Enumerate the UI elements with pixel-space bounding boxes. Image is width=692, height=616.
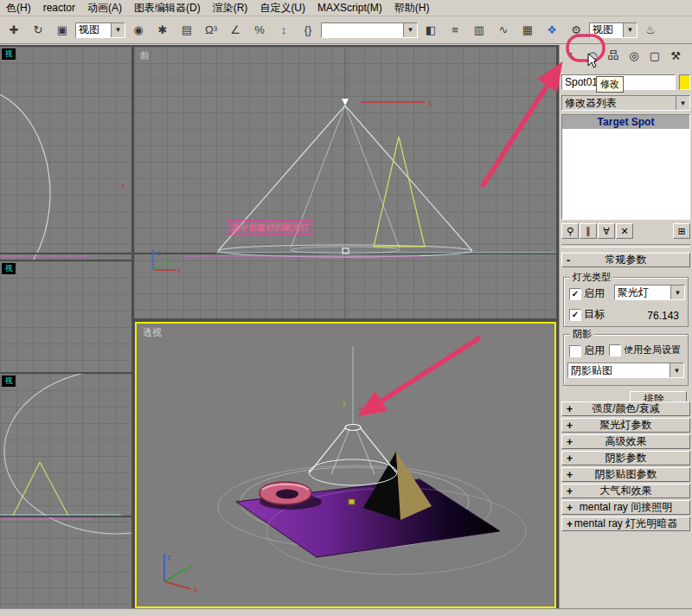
menu-item-customize[interactable]: 自定义(U): [253, 0, 311, 16]
snap-toggle-icon[interactable]: Ω³: [200, 19, 222, 42]
light-type-dropdown[interactable]: 聚光灯 ▼: [614, 285, 685, 300]
modifier-stack[interactable]: Target Spot: [561, 114, 690, 220]
schematic-view-icon[interactable]: ▦: [516, 19, 539, 42]
menu-item-maxscript[interactable]: MAXScript(M): [311, 1, 388, 15]
shadow-group: 阴影 启用 使用全局设置 阴影贴图 ▼: [563, 334, 689, 386]
menu-item-reactor[interactable]: reactor: [37, 1, 81, 15]
show-end-result-icon[interactable]: ∥: [580, 223, 597, 239]
viewport-mini-label: 视: [2, 263, 16, 274]
create-tab[interactable]: ↖: [561, 47, 582, 64]
render-setup-icon[interactable]: ⚙: [565, 19, 587, 42]
spinner-snap-icon[interactable]: ↕: [272, 19, 295, 42]
curve-editor-icon[interactable]: ∿: [492, 19, 515, 42]
main-toolbar: ✚ ↻ ▣ 视图 ▼ ◉ ✱ ▤ Ω³ ∠ % ↕ {} ▼ ◧ ≡ ▥ ∿ ▦…: [0, 16, 692, 44]
rollout-title: mental ray 灯光明暗器: [574, 517, 677, 531]
utilities-tab[interactable]: ⚒: [665, 47, 686, 64]
menu-item-animation[interactable]: 动画(A): [81, 0, 128, 16]
remove-modifier-icon[interactable]: ✕: [616, 223, 633, 239]
modify-tab[interactable]: ◠: [582, 47, 603, 64]
shadow-enable-label: 启用: [584, 344, 605, 356]
menu-item-rendering[interactable]: 渲染(R): [207, 0, 254, 16]
chevron-down-icon[interactable]: ▼: [403, 23, 417, 37]
pin-stack-icon[interactable]: ⚲: [561, 223, 579, 239]
modifier-list-label: 修改器列表: [562, 96, 676, 111]
align-icon[interactable]: ≡: [444, 19, 466, 42]
divider: [561, 244, 690, 247]
rollout-mentalray-indirect[interactable]: + mental ray 间接照明: [561, 500, 690, 515]
select-and-rotate-icon[interactable]: ↻: [27, 19, 49, 42]
select-and-scale-icon[interactable]: ▣: [51, 19, 74, 42]
viewport-mini-label: 视: [2, 375, 16, 387]
menu-item-color[interactable]: 色(H): [0, 0, 37, 16]
use-global-settings-checkbox[interactable]: [609, 344, 621, 356]
percent-snap-icon[interactable]: %: [248, 19, 271, 42]
rollout-title: 大气和效果: [600, 484, 652, 498]
svg-text:x: x: [359, 405, 362, 413]
front-viewport[interactable]: 前 选中创建好的聚光灯 x z x: [134, 47, 556, 318]
chevron-down-icon[interactable]: ▼: [670, 363, 683, 377]
rollout-general-parameters[interactable]: - 常规参数: [561, 253, 690, 267]
quick-render-teapot-icon[interactable]: ♨: [639, 19, 662, 42]
menu-item-graph-editors[interactable]: 图表编辑器(D): [128, 0, 207, 16]
left-viewport-strip-middle[interactable]: 视: [0, 261, 131, 372]
hierarchy-tab[interactable]: 品: [603, 47, 624, 64]
render-view-dropdown[interactable]: 视图 ▼: [589, 22, 638, 38]
named-selection-sets-icon[interactable]: {}: [297, 19, 319, 42]
front-viewport-label: 前: [140, 49, 150, 62]
material-editor-icon[interactable]: ❖: [541, 19, 563, 42]
layer-manager-icon[interactable]: ▥: [468, 19, 490, 42]
chevron-down-icon[interactable]: ▼: [670, 286, 684, 299]
make-unique-icon[interactable]: ∀: [598, 223, 615, 239]
chevron-down-icon[interactable]: ▼: [676, 96, 689, 110]
rollout-atmospheres-effects[interactable]: + 大气和效果: [561, 484, 690, 498]
angle-snap-icon[interactable]: ∠: [224, 19, 247, 42]
rollout-mentalray-light-shader[interactable]: + mental ray 灯光明暗器: [561, 517, 690, 531]
light-color-swatch[interactable]: [679, 74, 690, 90]
svg-text:y: y: [189, 561, 193, 570]
svg-text:z: z: [167, 553, 171, 561]
target-label: 目标: [584, 308, 605, 320]
rollout-shadow-map-parameters[interactable]: + 阴影贴图参数: [561, 467, 690, 482]
expand-icon: +: [567, 452, 573, 465]
configure-modifier-sets-icon[interactable]: ⊞: [673, 223, 690, 239]
rollout-shadow-parameters[interactable]: + 阴影参数: [561, 451, 690, 465]
target-checkbox[interactable]: ✓: [569, 309, 581, 321]
chevron-down-icon[interactable]: ▼: [111, 23, 125, 37]
rollout-spotlight-parameters[interactable]: + 聚光灯参数: [561, 418, 690, 433]
rollout-advanced-effects[interactable]: + 高级效果: [561, 434, 690, 449]
expand-icon: +: [567, 420, 573, 432]
modifier-list-dropdown[interactable]: 修改器列表 ▼: [561, 95, 690, 111]
menu-item-help[interactable]: 帮助(H): [388, 0, 436, 16]
select-and-manipulate-icon[interactable]: ✱: [151, 19, 174, 42]
select-and-move-icon[interactable]: ✚: [3, 19, 25, 42]
rollout-intensity-color-attenuation[interactable]: + 强度/颜色/衰减: [561, 401, 690, 416]
motion-tab[interactable]: ◎: [624, 47, 644, 64]
enable-light-checkbox[interactable]: ✓: [569, 288, 581, 300]
shadow-type-dropdown[interactable]: 阴影贴图 ▼: [567, 363, 684, 378]
shadow-enable-row: 启用: [569, 343, 605, 358]
rollout-title: 常规参数: [606, 253, 647, 267]
use-center-icon[interactable]: ◉: [127, 19, 150, 42]
shadow-type-value: 阴影贴图: [568, 363, 670, 378]
rollout-list: + 强度/颜色/衰减 + 聚光灯参数 + 高级效果 + 阴影参数 + 阴影贴图参…: [561, 401, 690, 531]
shadow-enable-checkbox[interactable]: [569, 345, 581, 357]
left-viewport-strip-top[interactable]: 视 x: [0, 47, 131, 260]
motion-icon: ◎: [629, 49, 638, 62]
enable-light-row: ✓启用: [569, 286, 605, 301]
keyboard-override-icon[interactable]: ▤: [176, 19, 198, 42]
named-selection-dropdown[interactable]: ▼: [321, 22, 418, 38]
coordinate-system-value: 视图: [76, 22, 111, 37]
mirror-icon[interactable]: ◧: [420, 19, 442, 42]
expand-icon: +: [567, 485, 573, 497]
expand-icon: +: [567, 469, 573, 481]
target-distance-value: 76.143: [647, 310, 679, 322]
chevron-down-icon[interactable]: ▼: [623, 23, 637, 37]
reference-coordinate-dropdown[interactable]: 视图 ▼: [75, 22, 125, 38]
perspective-viewport[interactable]: 透视 x y: [135, 322, 556, 608]
left-strip-top-graphics: x: [0, 47, 131, 260]
svg-text:y: y: [165, 256, 170, 265]
svg-text:x: x: [177, 266, 182, 275]
left-viewport-strip-bottom[interactable]: 视: [0, 374, 131, 608]
display-tab[interactable]: ▢: [644, 47, 665, 64]
stack-item-target-spot[interactable]: Target Spot: [562, 115, 689, 129]
